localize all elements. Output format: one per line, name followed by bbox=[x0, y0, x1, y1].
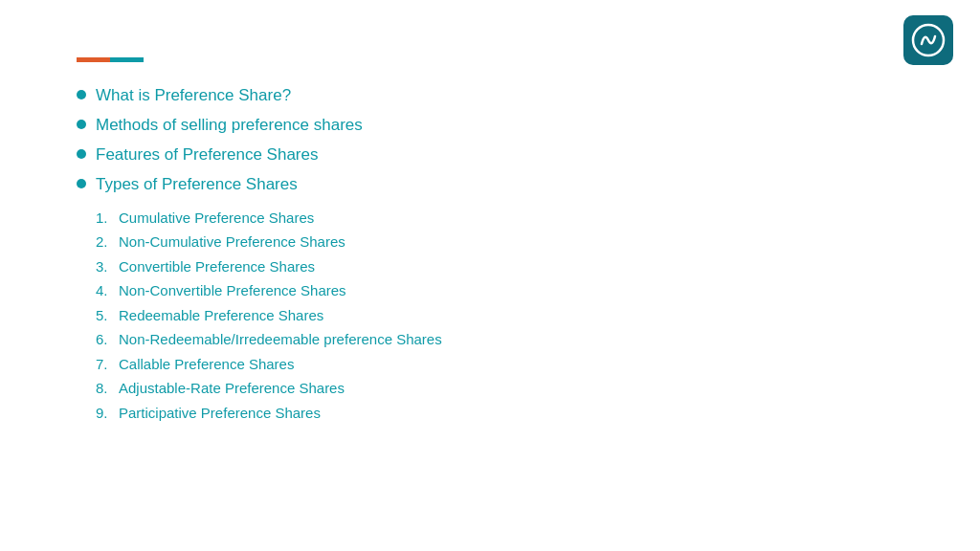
logo-icon bbox=[903, 15, 953, 65]
numbered-item-text: Non-Redeemable/Irredeemable preference S… bbox=[119, 327, 442, 352]
bullet-dot-icon bbox=[77, 120, 86, 129]
item-number: 4. bbox=[96, 278, 113, 303]
numbered-list: 1.Cumulative Preference Shares2.Non-Cumu… bbox=[77, 206, 903, 426]
bullet-dot-icon bbox=[77, 149, 86, 159]
numbered-item: 6.Non-Redeemable/Irredeemable preference… bbox=[77, 327, 903, 352]
item-number: 6. bbox=[96, 327, 113, 352]
numbered-item: 5.Redeemable Preference Shares bbox=[77, 303, 903, 328]
numbered-item: 3.Convertible Preference Shares bbox=[77, 254, 903, 279]
bullet-dot-icon bbox=[77, 90, 86, 99]
numbered-item-text: Callable Preference Shares bbox=[119, 352, 294, 377]
item-number: 9. bbox=[96, 401, 113, 426]
bullet-item-text: Methods of selling preference shares bbox=[96, 112, 363, 140]
item-number: 2. bbox=[96, 230, 113, 254]
bullet-item: Types of Preference Shares bbox=[77, 170, 903, 200]
slide: What is Preference Share?Methods of sell… bbox=[0, 0, 980, 551]
logo-area bbox=[903, 15, 961, 65]
numbered-item: 2.Non-Cumulative Preference Shares bbox=[77, 230, 903, 254]
content-area: What is Preference Share?Methods of sell… bbox=[77, 81, 903, 425]
bullet-dot-icon bbox=[77, 179, 86, 188]
numbered-item: 8. Adjustable-Rate Preference Shares bbox=[77, 376, 903, 401]
bullet-item-text: Types of Preference Shares bbox=[96, 171, 298, 199]
item-number: 3. bbox=[96, 254, 113, 279]
item-number: 1. bbox=[96, 206, 113, 231]
item-number: 5. bbox=[96, 303, 113, 328]
numbered-item-text: Convertible Preference Shares bbox=[119, 254, 315, 279]
numbered-item-text: Redeemable Preference Shares bbox=[119, 303, 323, 328]
numbered-item-text: Non-Cumulative Preference Shares bbox=[119, 230, 345, 254]
numbered-item: 7.Callable Preference Shares bbox=[77, 352, 903, 377]
accent-line bbox=[77, 57, 144, 62]
numbered-item-text: Adjustable-Rate Preference Shares bbox=[119, 376, 345, 401]
numbered-item-text: Participative Preference Shares bbox=[119, 401, 321, 426]
numbered-item: 4.Non-Convertible Preference Shares bbox=[77, 278, 903, 303]
bullet-item-text: Features of Preference Shares bbox=[96, 142, 318, 169]
item-number: 7. bbox=[96, 352, 113, 377]
numbered-item-text: Non-Convertible Preference Shares bbox=[119, 278, 346, 303]
numbered-item: 9. Participative Preference Shares bbox=[77, 401, 903, 426]
numbered-item-text: Cumulative Preference Shares bbox=[119, 206, 314, 231]
bullet-item: Methods of selling preference shares bbox=[77, 111, 903, 141]
numbered-item: 1.Cumulative Preference Shares bbox=[77, 206, 903, 231]
bullet-item: What is Preference Share? bbox=[77, 81, 903, 111]
bullet-item: Features of Preference Shares bbox=[77, 141, 903, 170]
item-number: 8. bbox=[96, 376, 113, 401]
bullet-list: What is Preference Share?Methods of sell… bbox=[77, 81, 903, 200]
bullet-item-text: What is Preference Share? bbox=[96, 82, 291, 110]
